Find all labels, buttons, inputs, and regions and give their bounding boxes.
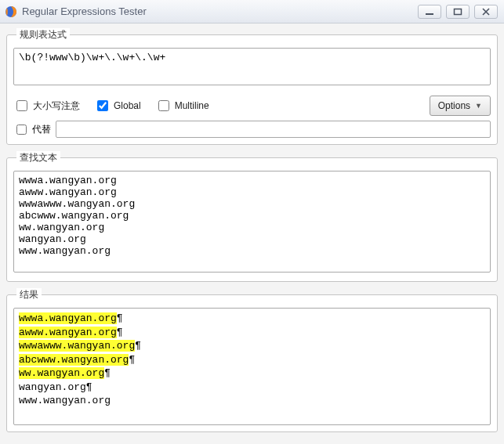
result-line: www.wangyan.org (19, 394, 485, 408)
search-text-legend: 查找文本 (16, 151, 60, 164)
svg-rect-2 (455, 9, 462, 14)
result-output: wwwa.wangyan.org¶awww.wangyan.org¶wwwaww… (13, 308, 491, 425)
search-text-input[interactable] (13, 171, 491, 273)
multiline-label-text: Multiline (175, 100, 209, 111)
minimize-button[interactable] (418, 5, 441, 19)
close-button[interactable] (474, 5, 498, 19)
result-match: wwwa.wangyan.org (19, 312, 117, 324)
substitute-checkbox[interactable] (16, 125, 27, 135)
window-controls (418, 5, 498, 19)
multiline-checkbox-label[interactable]: Multiline (155, 98, 209, 114)
maximize-button[interactable] (446, 5, 470, 19)
result-line: abcwww.wangyan.org¶ (19, 353, 485, 367)
options-button-label: Options (438, 100, 470, 111)
case-label-text: 大小写注意 (33, 99, 80, 113)
substitute-input[interactable] (56, 121, 491, 138)
multiline-checkbox[interactable] (158, 100, 169, 111)
regex-legend: 规则表达式 (16, 28, 70, 42)
result-match: awww.wangyan.org (19, 327, 117, 338)
regex-options-row: 大小写注意 Global Multiline Options ▼ (13, 96, 491, 116)
result-match: wwwawww.wangyan.org (19, 340, 135, 352)
substitute-row: 代替 (13, 121, 491, 138)
result-line: awww.wangyan.org¶ (19, 326, 485, 340)
pilcrow-icon: ¶ (117, 327, 123, 338)
svg-rect-1 (426, 13, 433, 15)
pilcrow-icon: ¶ (135, 340, 141, 352)
result-rest: www.wangyan.org (19, 395, 111, 406)
result-line: ww.wangyan.org¶ (19, 366, 485, 381)
pilcrow-icon: ¶ (129, 354, 135, 366)
window-title: Regular Expressions Tester (22, 5, 418, 17)
search-text-fieldset: 查找文本 (6, 151, 498, 282)
regex-fieldset: 规则表达式 大小写注意 Global Multiline Options ▼ (6, 28, 498, 145)
result-legend: 结果 (16, 288, 42, 301)
result-match: abcwww.wangyan.org (19, 354, 129, 366)
result-line: wangyan.org¶ (19, 381, 485, 395)
result-fieldset: 结果 wwwa.wangyan.org¶awww.wangyan.org¶www… (6, 288, 498, 432)
pilcrow-icon: ¶ (117, 312, 123, 324)
substitute-checkbox-label[interactable]: 代替 (13, 122, 51, 137)
regex-input[interactable] (13, 48, 491, 85)
app-icon (5, 5, 17, 18)
options-button[interactable]: Options ▼ (430, 96, 491, 116)
case-checkbox[interactable] (16, 100, 27, 111)
result-line: wwwawww.wangyan.org¶ (19, 339, 485, 353)
pilcrow-icon: ¶ (104, 367, 111, 379)
global-checkbox[interactable] (97, 100, 108, 111)
result-rest: wangyan.org (19, 381, 86, 393)
pilcrow-icon: ¶ (86, 381, 92, 393)
titlebar: Regular Expressions Tester (0, 0, 504, 23)
substitute-label-text: 代替 (32, 123, 51, 136)
global-checkbox-label[interactable]: Global (94, 98, 141, 114)
client-area: 规则表达式 大小写注意 Global Multiline Options ▼ (0, 23, 504, 444)
case-checkbox-label[interactable]: 大小写注意 (13, 98, 80, 114)
result-line: wwwa.wangyan.org¶ (19, 312, 485, 326)
chevron-down-icon: ▼ (475, 102, 482, 110)
result-match: ww.wangyan.org (19, 367, 104, 379)
global-label-text: Global (114, 100, 141, 111)
